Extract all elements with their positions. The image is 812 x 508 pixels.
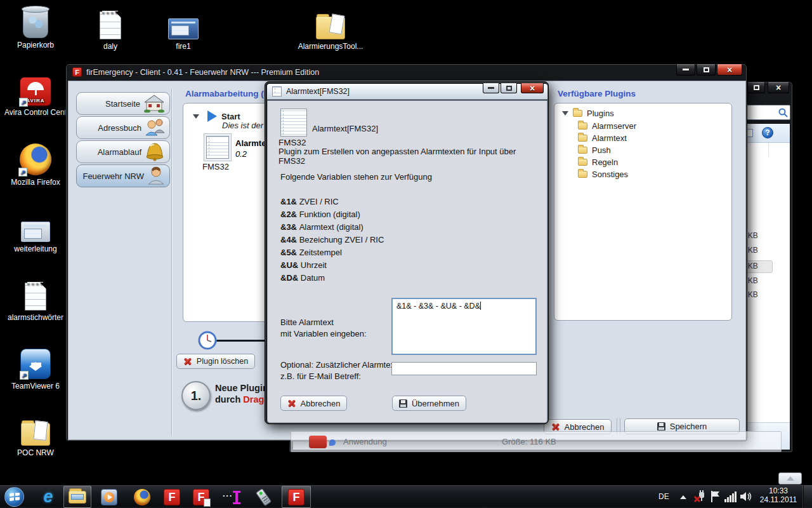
desktop-icon-label: daly xyxy=(75,42,145,51)
desktop-icon-alarmstichwoerter[interactable]: alarmstichwörter xyxy=(1,280,70,322)
taskbar-explorer[interactable] xyxy=(63,486,91,508)
red-x-icon xyxy=(288,399,296,407)
plugin-delete-button[interactable]: Plugin löschen xyxy=(176,354,255,369)
taskbar-ie[interactable]: e xyxy=(36,486,61,508)
people-icon xyxy=(144,119,166,137)
taskbar-input-monitor[interactable]: ··· xyxy=(218,486,245,508)
desktop-icon-label: weiterleitung xyxy=(1,244,70,253)
explorer-folder-icon xyxy=(69,491,86,504)
desktop-icon-papierkorb[interactable]: Papierkorb xyxy=(1,5,70,50)
slider-track[interactable] xyxy=(212,340,270,342)
sidebar-splitter[interactable] xyxy=(171,89,172,436)
tray-flyout-button[interactable] xyxy=(778,472,802,485)
title-bar[interactable]: F firEmergency - Client - 0.41 - Feuerwe… xyxy=(66,64,747,81)
variable-row: &5& Zeitstempel xyxy=(280,248,342,257)
desktop-icon-poc-nrw[interactable]: POC NRW xyxy=(1,413,70,457)
text-file-icon xyxy=(25,283,46,311)
clock-slider-handle[interactable] xyxy=(198,331,217,350)
tree-item-regeln[interactable]: Regeln xyxy=(573,157,618,167)
maximize-button[interactable] xyxy=(501,83,517,93)
tray-clock[interactable]: 10:33 24.11.2011 xyxy=(759,486,798,507)
desktop-icon-daly[interactable]: daly xyxy=(75,6,145,51)
save-icon xyxy=(657,422,665,431)
folder-icon xyxy=(578,123,587,130)
tree-item-plugins[interactable]: Plugins xyxy=(562,109,614,118)
alarmtext-label-line1: Bitte Alarmtext xyxy=(280,318,334,327)
explorer-search-input[interactable] xyxy=(746,105,790,120)
tray-network-icon[interactable] xyxy=(694,490,707,503)
tray-volume-icon[interactable] xyxy=(740,491,752,505)
file-info-tooltip: Anwendung Größe: 116 KB xyxy=(291,431,782,452)
close-button[interactable]: × xyxy=(717,64,742,76)
desktop-icon-avira[interactable]: AVIRA ↗ Avira Control Cent xyxy=(1,70,70,117)
plugin-node-box[interactable] xyxy=(204,133,232,161)
dialog-title-bar[interactable]: Alarmtext[FMS32] × xyxy=(267,84,547,100)
desktop-icon-teamviewer[interactable]: ↗ TeamViewer 6 xyxy=(1,345,70,391)
minimize-button[interactable] xyxy=(676,64,695,76)
dialog-cancel-button[interactable]: Abbrechen xyxy=(280,396,347,411)
folder-icon xyxy=(578,159,587,166)
minimize-button[interactable] xyxy=(483,83,499,93)
house-icon xyxy=(143,94,166,113)
taskbar-wmp[interactable] xyxy=(96,486,122,508)
tree-item-sonstiges[interactable]: Sonstiges xyxy=(573,170,628,179)
tray-date: 24.11.2011 xyxy=(759,495,798,504)
taskbar-firemergency-active[interactable]: F xyxy=(282,486,311,508)
tray-time: 10:33 xyxy=(759,486,798,495)
tree-item-alarmserver[interactable]: Alarmserver xyxy=(573,121,636,131)
recycle-bin-icon xyxy=(23,8,48,38)
folder-icon xyxy=(21,423,50,446)
windows-orb-icon xyxy=(4,487,24,507)
tree-item-alarmtext[interactable]: Alarmtext xyxy=(573,133,627,143)
desktop-icon-firefox[interactable]: ↗ Mozilla Firefox xyxy=(1,138,70,187)
firefox-icon xyxy=(134,489,150,505)
optional-alarmtext-input[interactable] xyxy=(391,362,537,375)
alarmtext-textarea[interactable]: &1& - &3& - &U& - &D& xyxy=(391,298,537,355)
expander-icon[interactable] xyxy=(193,114,199,119)
show-desktop-button[interactable] xyxy=(803,485,812,508)
variable-row: &4& Bezeichung ZVEI / RIC xyxy=(280,235,384,244)
start-button[interactable] xyxy=(3,486,25,508)
plugins-panel: Plugins Alarmserver Alarmtext Push xyxy=(554,103,732,321)
shortcut-arrow-icon: ↗ xyxy=(18,168,27,177)
taskbar-firemergency-1[interactable]: F xyxy=(159,486,185,508)
avira-icon: AVIRA ↗ xyxy=(20,77,51,105)
expander-icon[interactable] xyxy=(562,111,568,116)
desktop-icon-alarmierungstool[interactable]: AlarmierungsTool... xyxy=(296,6,365,51)
variable-row: &3& Alarmtext (digital) xyxy=(280,222,363,232)
desktop-icon-label: Papierkorb xyxy=(1,41,70,50)
ie-icon: e xyxy=(43,487,53,507)
folder-icon xyxy=(578,147,587,154)
desktop-icon-weiterleitung[interactable]: weiterleitung xyxy=(1,218,70,253)
desktop-icon-label: TeamViewer 6 xyxy=(1,382,70,391)
desktop-icon-label: AlarmierungsTool... xyxy=(296,42,365,51)
sidebar-label: Adressbuch xyxy=(98,123,141,133)
help-icon[interactable]: ? xyxy=(762,127,773,138)
fms32-plugin-icon xyxy=(280,109,307,137)
sidebar-item-alarmablauf[interactable]: Alarmablauf xyxy=(76,140,170,163)
tray-action-center-flag-icon[interactable] xyxy=(710,490,721,505)
optional-label-line1: Optional: Zusätzlicher Alarmtext xyxy=(280,360,397,370)
bell-icon xyxy=(144,142,166,161)
taskbar-pager[interactable] xyxy=(249,486,278,508)
save-icon xyxy=(399,399,407,408)
sidebar-item-startseite[interactable]: Startseite xyxy=(76,92,170,115)
maximize-button[interactable] xyxy=(747,82,765,93)
desktop-icon-fire1[interactable]: fire1 xyxy=(148,11,218,51)
dialog-apply-button[interactable]: Übernehmen xyxy=(392,396,466,411)
chevron-up-icon xyxy=(787,476,794,481)
taskbar-firemergency-2[interactable]: F xyxy=(188,486,214,508)
tree-item-push[interactable]: Push xyxy=(573,145,611,155)
close-button[interactable]: × xyxy=(521,83,544,93)
close-button[interactable]: × xyxy=(768,82,789,93)
sidebar-item-adressbuch[interactable]: Adressbuch xyxy=(76,116,170,139)
tray-hidden-icons-chevron[interactable] xyxy=(680,495,686,499)
tray-signal-icon[interactable] xyxy=(724,491,737,502)
maximize-button[interactable] xyxy=(697,64,716,76)
tray-language[interactable]: DE xyxy=(658,492,669,501)
taskbar-firefox[interactable] xyxy=(129,486,155,508)
sidebar-item-feuerwehr-nrw[interactable]: Feuerwehr NRW xyxy=(76,164,170,187)
dialog-plugin-description: Plugin zum Erstellen von angepassten Ala… xyxy=(278,147,542,166)
variable-row: &2& Funktion (digital) xyxy=(280,210,360,219)
dialog-plugin-name: Alarmtext[FMS32] xyxy=(312,124,378,133)
